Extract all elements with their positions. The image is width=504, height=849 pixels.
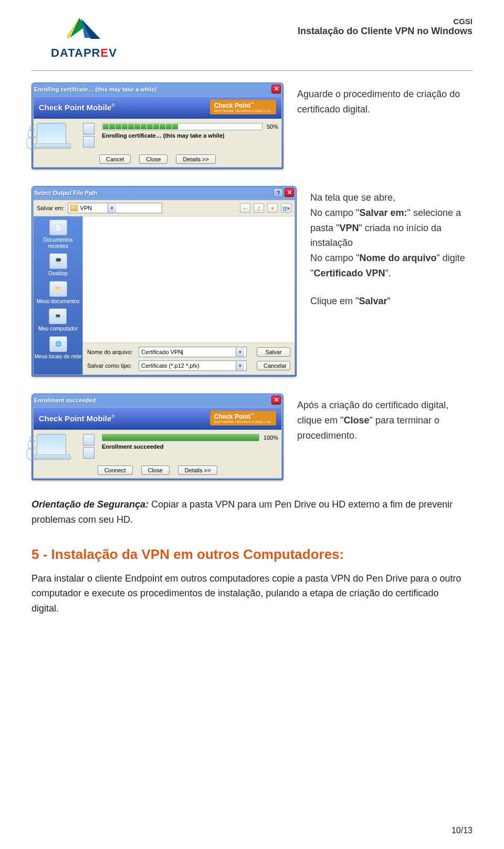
chevron-down-icon[interactable]: ▾ xyxy=(236,347,244,357)
server-icon xyxy=(83,447,94,459)
places-bar: 📄Documentos recentes 🖥️Desktop 📁Meus doc… xyxy=(34,216,82,375)
close-icon[interactable]: ✕ xyxy=(271,396,281,405)
enroll-dialog-title: Enrolling certificate… (this may take a … xyxy=(34,86,270,92)
caption-2b: No campo "Salvar em:" selecione a pasta … xyxy=(310,205,472,251)
save-in-label: Salvar em: xyxy=(37,205,65,211)
place-network[interactable]: 🌐Meus locais de rede xyxy=(35,336,82,360)
brand-label: Check Point Mobile® xyxy=(39,414,115,423)
place-mypc[interactable]: 💻Meu computador xyxy=(38,308,78,332)
view-menu-icon[interactable]: ▥▾ xyxy=(281,203,291,213)
laptop-icon xyxy=(37,434,66,457)
laptop-icon xyxy=(37,123,66,146)
close-icon[interactable]: ✕ xyxy=(271,85,281,94)
progress-bar xyxy=(102,123,262,130)
help-icon[interactable]: ? xyxy=(274,188,283,197)
cancel-button[interactable]: Cancel xyxy=(99,154,131,164)
back-icon[interactable]: ← xyxy=(240,203,250,213)
filetype-label: Salvar como tipo: xyxy=(87,363,134,369)
chevron-down-icon[interactable]: ▾ xyxy=(236,361,244,370)
header-title: Instalação do Cliente VPN no Windows xyxy=(147,26,472,37)
connect-button[interactable]: Connect xyxy=(98,465,133,475)
brand-label: Check Point Mobile® xyxy=(39,103,115,112)
header-divider xyxy=(32,70,472,71)
header-org: CGSI xyxy=(147,17,472,26)
brand-wordmark: DATAPREV xyxy=(32,46,136,60)
filename-input[interactable]: Certificado VPN▾ xyxy=(139,347,247,357)
new-folder-icon[interactable]: ✶ xyxy=(267,203,278,213)
folder-icon xyxy=(70,205,78,211)
details-button[interactable]: Details >> xyxy=(178,465,218,475)
checkpoint-logo: Check Point™SOFTWARE TECHNOLOGIES LTD. xyxy=(210,100,276,115)
up-folder-icon[interactable]: ⮥ xyxy=(254,203,264,213)
chevron-down-icon[interactable]: ▾ xyxy=(108,203,116,213)
server-icon xyxy=(83,434,94,446)
place-recent[interactable]: 📄Documentos recentes xyxy=(34,220,82,249)
progress-percent: 50% xyxy=(267,123,278,130)
success-dialog: Enrollment succeeded ✕ Check Point Mobil… xyxy=(32,394,284,480)
success-dialog-title: Enrollment succeeded xyxy=(34,397,270,403)
save-button[interactable]: Salvar xyxy=(257,347,290,357)
progress-status: Enrolling certificate… (this may take a … xyxy=(102,132,278,139)
logo: DATAPREV xyxy=(32,16,136,60)
file-list[interactable] xyxy=(83,216,295,343)
cancel-button[interactable]: Cancelar xyxy=(257,361,290,370)
close-button[interactable]: Close xyxy=(139,154,167,164)
server-icon xyxy=(83,136,94,148)
close-button[interactable]: Close xyxy=(141,465,170,475)
progress-bar xyxy=(102,434,259,441)
server-icon xyxy=(83,123,94,134)
caption-2d: Clique em "Salvar" xyxy=(310,294,472,309)
place-desktop[interactable]: 🖥️Desktop xyxy=(48,253,68,277)
page-number: 10/13 xyxy=(452,826,472,835)
filetype-dropdown[interactable]: Certificate (*.p12 *.pfx)▾ xyxy=(139,360,247,371)
save-dialog: Select Output File Path ? ✕ Salvar em: V… xyxy=(32,186,297,377)
caption-1: Aguarde o procedimento de criação do cer… xyxy=(297,87,472,117)
section-5-body: Para instalar o cliente Endpoint em outr… xyxy=(32,571,467,616)
caption-2c: No campo "Nome do arquivo" digite "Certi… xyxy=(310,251,472,281)
enroll-dialog: Enrolling certificate… (this may take a … xyxy=(32,82,284,169)
save-dialog-title: Select Output File Path xyxy=(34,190,272,196)
security-note: Orientação de Segurança: Copiar a pasta … xyxy=(32,497,467,527)
caption-3: Após a criação do certificado digital, c… xyxy=(297,398,472,443)
page-header: DATAPREV CGSI Instalação do Cliente VPN … xyxy=(32,16,472,60)
progress-percent: 100% xyxy=(264,434,278,441)
close-icon[interactable]: ✕ xyxy=(285,188,294,197)
filename-label: Nome do arquivo: xyxy=(87,349,134,355)
save-in-dropdown[interactable]: VPN ▾ xyxy=(68,203,162,213)
caption-2a: Na tela que se abre, xyxy=(310,190,472,205)
checkpoint-logo: Check Point™SOFTWARE TECHNOLOGIES LTD. xyxy=(210,411,276,426)
place-mydocs[interactable]: 📁Meus documentos xyxy=(37,281,80,305)
save-in-value: VPN xyxy=(80,205,108,211)
section-5-heading: 5 - Instalação da VPN em outros Computad… xyxy=(32,546,472,563)
details-button[interactable]: Details >> xyxy=(176,154,216,164)
success-message: Enrollment succeeded xyxy=(102,443,278,450)
